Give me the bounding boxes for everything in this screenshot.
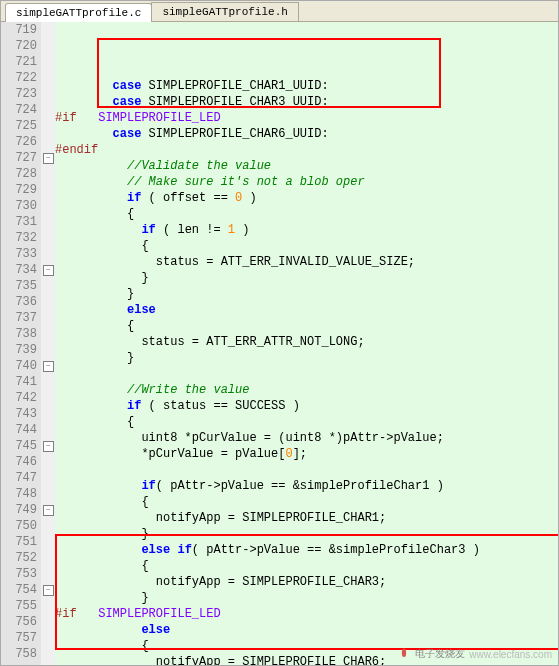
code-line[interactable]: notifyApp = SIMPLEPROFILE_CHAR3;	[55, 574, 558, 590]
line-number: 754	[1, 582, 37, 598]
fold-toggle[interactable]: −	[43, 585, 54, 596]
line-number: 743	[1, 406, 37, 422]
fold-toggle[interactable]: −	[43, 265, 54, 276]
line-number: 727	[1, 150, 37, 166]
code-line[interactable]: {	[55, 206, 558, 222]
line-number: 758	[1, 646, 37, 662]
code-line[interactable]: notifyApp = SIMPLEPROFILE_CHAR1;	[55, 510, 558, 526]
line-number: 721	[1, 54, 37, 70]
code-line[interactable]: //Write the value	[55, 382, 558, 398]
code-line[interactable]: {	[55, 414, 558, 430]
flame-icon	[397, 647, 411, 661]
code-line[interactable]: if ( len != 1 )	[55, 222, 558, 238]
code-line[interactable]: case SIMPLEPROFILE_CHAR3_UUID:	[55, 94, 558, 110]
line-number: 720	[1, 38, 37, 54]
line-number: 725	[1, 118, 37, 134]
code-line[interactable]: }	[55, 286, 558, 302]
line-number: 742	[1, 390, 37, 406]
fold-toggle[interactable]: −	[43, 153, 54, 164]
code-line[interactable]: }	[55, 590, 558, 606]
code-line[interactable]: if ( offset == 0 )	[55, 190, 558, 206]
line-number: 738	[1, 326, 37, 342]
code-line[interactable]: #endif	[55, 142, 558, 158]
line-number: 722	[1, 70, 37, 86]
line-number: 723	[1, 86, 37, 102]
code-line[interactable]: *pCurValue = pValue[0];	[55, 446, 558, 462]
line-number-gutter: 7197207217227237247257267277287297307317…	[1, 22, 41, 666]
code-line[interactable]: else if( pAttr->pValue == &simpleProfile…	[55, 542, 558, 558]
code-line[interactable]: {	[55, 558, 558, 574]
line-number: 749	[1, 502, 37, 518]
fold-toggle[interactable]: −	[43, 505, 54, 516]
line-number: 737	[1, 310, 37, 326]
line-number: 756	[1, 614, 37, 630]
line-number: 729	[1, 182, 37, 198]
code-line[interactable]: status = ATT_ERR_ATTR_NOT_LONG;	[55, 334, 558, 350]
line-number: 744	[1, 422, 37, 438]
code-line[interactable]: case SIMPLEPROFILE_CHAR1_UUID:	[55, 78, 558, 94]
line-number: 748	[1, 486, 37, 502]
code-line[interactable]: if( pAttr->pValue == &simpleProfileChar1…	[55, 478, 558, 494]
code-line[interactable]: else	[55, 622, 558, 638]
code-line[interactable]	[55, 366, 558, 382]
code-line[interactable]: // Make sure it's not a blob oper	[55, 174, 558, 190]
fold-toggle[interactable]: −	[43, 441, 54, 452]
line-number: 724	[1, 102, 37, 118]
line-number: 752	[1, 550, 37, 566]
line-number: 728	[1, 166, 37, 182]
code-line[interactable]: }	[55, 270, 558, 286]
code-line[interactable]: status = ATT_ERR_INVALID_VALUE_SIZE;	[55, 254, 558, 270]
code-line[interactable]: else	[55, 302, 558, 318]
code-area: 7197207217227237247257267277287297307317…	[1, 22, 558, 666]
line-number: 731	[1, 214, 37, 230]
code-line[interactable]: {	[55, 494, 558, 510]
code-line[interactable]	[55, 462, 558, 478]
fold-toggle[interactable]: −	[43, 361, 54, 372]
code-line[interactable]: {	[55, 238, 558, 254]
code-line[interactable]: }	[55, 526, 558, 542]
code-content[interactable]: case SIMPLEPROFILE_CHAR1_UUID: case SIMP…	[55, 22, 558, 666]
watermark-url: www.elecfans.com	[469, 649, 552, 660]
code-line[interactable]: }	[55, 350, 558, 366]
line-number: 750	[1, 518, 37, 534]
fold-column: −−−−−−	[41, 22, 55, 666]
line-number: 739	[1, 342, 37, 358]
code-line[interactable]: #if SIMPLEPROFILE_LED	[55, 110, 558, 126]
line-number: 757	[1, 630, 37, 646]
tab-active[interactable]: simpleGATTprofile.c	[5, 3, 152, 22]
line-number: 719	[1, 22, 37, 38]
line-number: 732	[1, 230, 37, 246]
line-number: 747	[1, 470, 37, 486]
code-editor-window: simpleGATTprofile.c simpleGATTprofile.h …	[0, 0, 559, 666]
line-number: 726	[1, 134, 37, 150]
code-line[interactable]: case SIMPLEPROFILE_CHAR6_UUID:	[55, 126, 558, 142]
line-number: 751	[1, 534, 37, 550]
tab-inactive[interactable]: simpleGATTprofile.h	[151, 2, 298, 21]
code-line[interactable]: if ( status == SUCCESS )	[55, 398, 558, 414]
line-number: 736	[1, 294, 37, 310]
line-number: 735	[1, 278, 37, 294]
code-line[interactable]: #if SIMPLEPROFILE_LED	[55, 606, 558, 622]
line-number: 740	[1, 358, 37, 374]
line-number: 734	[1, 262, 37, 278]
file-tabs-bar: simpleGATTprofile.c simpleGATTprofile.h	[1, 1, 558, 22]
line-number: 746	[1, 454, 37, 470]
watermark: 电子发烧友 www.elecfans.com	[397, 647, 552, 661]
line-number: 730	[1, 198, 37, 214]
line-number: 741	[1, 374, 37, 390]
line-number: 733	[1, 246, 37, 262]
code-line[interactable]: //Validate the value	[55, 158, 558, 174]
line-number: 753	[1, 566, 37, 582]
watermark-brand: 电子发烧友	[415, 647, 465, 661]
code-line[interactable]: {	[55, 318, 558, 334]
line-number: 745	[1, 438, 37, 454]
code-line[interactable]: uint8 *pCurValue = (uint8 *)pAttr->pValu…	[55, 430, 558, 446]
line-number: 755	[1, 598, 37, 614]
